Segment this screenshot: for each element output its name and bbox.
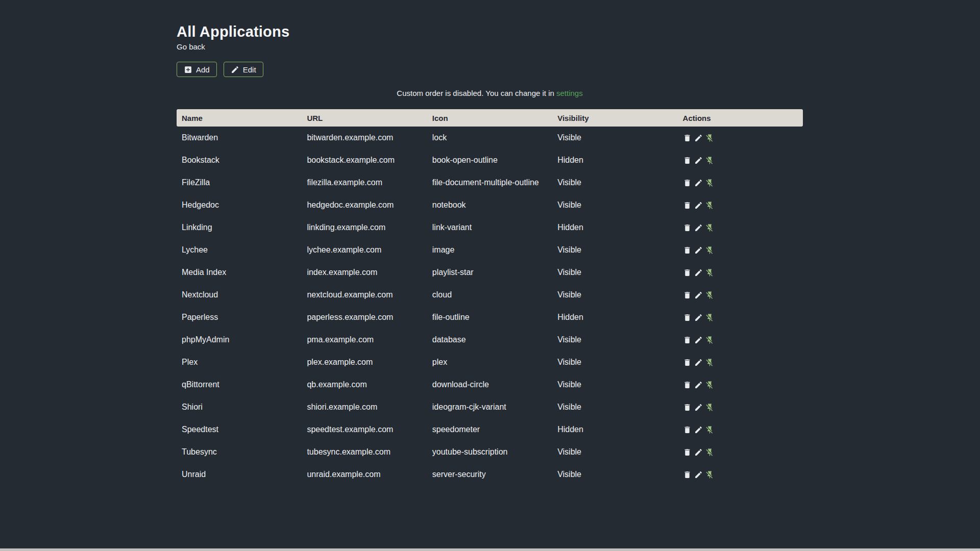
app-visibility-cell: Visible — [552, 290, 677, 299]
add-button[interactable]: Add — [177, 62, 217, 77]
app-actions-cell — [678, 223, 803, 232]
pin-off-icon — [705, 381, 714, 389]
edit-row-button[interactable] — [694, 179, 703, 187]
pencil-icon — [694, 201, 703, 210]
settings-link[interactable]: settings — [556, 89, 583, 97]
table-row: FileZilla filezilla.example.com file-doc… — [177, 171, 803, 194]
applications-table: Name URL Icon Visibility Actions Bitward… — [177, 109, 803, 486]
edit-button[interactable]: Edit — [224, 62, 263, 77]
app-icon-cell: lock — [427, 133, 552, 142]
unpin-button[interactable] — [705, 358, 714, 367]
delete-button[interactable] — [683, 336, 692, 344]
pencil-icon — [694, 223, 703, 232]
edit-row-button[interactable] — [694, 381, 703, 389]
app-url-cell: linkding.example.com — [302, 223, 427, 232]
edit-row-button[interactable] — [694, 358, 703, 367]
unpin-button[interactable] — [705, 425, 714, 434]
unpin-button[interactable] — [705, 470, 714, 479]
table-row: Media Index index.example.com playlist-s… — [177, 261, 803, 284]
pin-off-icon — [705, 336, 714, 344]
trash-icon — [683, 179, 692, 187]
app-name-cell: phpMyAdmin — [177, 335, 302, 344]
unpin-button[interactable] — [705, 156, 714, 165]
table-row: phpMyAdmin pma.example.com database Visi… — [177, 329, 803, 351]
app-actions-cell — [678, 425, 803, 434]
edit-row-button[interactable] — [694, 336, 703, 344]
delete-button[interactable] — [683, 313, 692, 322]
unpin-button[interactable] — [705, 179, 714, 187]
delete-button[interactable] — [683, 179, 692, 187]
go-back-link[interactable]: Go back — [177, 42, 205, 52]
column-header-visibility: Visibility — [552, 114, 677, 122]
horizontal-scrollbar[interactable] — [0, 548, 980, 551]
unpin-button[interactable] — [705, 291, 714, 299]
delete-button[interactable] — [683, 223, 692, 232]
delete-button[interactable] — [683, 358, 692, 367]
edit-row-button[interactable] — [694, 448, 703, 457]
pin-off-icon — [705, 425, 714, 434]
pencil-icon — [694, 358, 703, 367]
app-icon-cell: ideogram-cjk-variant — [427, 403, 552, 412]
unpin-button[interactable] — [705, 448, 714, 457]
app-name-cell: FileZilla — [177, 178, 302, 187]
table-header-row: Name URL Icon Visibility Actions — [177, 109, 803, 127]
delete-button[interactable] — [683, 291, 692, 299]
column-header-actions: Actions — [678, 114, 803, 122]
trash-icon — [683, 246, 692, 255]
unpin-button[interactable] — [705, 201, 714, 210]
pencil-icon — [694, 381, 703, 389]
delete-button[interactable] — [683, 201, 692, 210]
notice-text: Custom order is disabled. You can change… — [397, 89, 556, 97]
trash-icon — [683, 425, 692, 434]
app-icon-cell: image — [427, 245, 552, 255]
app-name-cell: Linkding — [177, 223, 302, 232]
unpin-button[interactable] — [705, 381, 714, 389]
edit-row-button[interactable] — [694, 403, 703, 412]
unpin-button[interactable] — [705, 403, 714, 412]
delete-button[interactable] — [683, 246, 692, 255]
edit-row-button[interactable] — [694, 246, 703, 255]
table-row: Nextcloud nextcloud.example.com cloud Vi… — [177, 284, 803, 306]
table-row: Tubesync tubesync.example.com youtube-su… — [177, 441, 803, 463]
app-actions-cell — [678, 179, 803, 187]
delete-button[interactable] — [683, 403, 692, 412]
unpin-button[interactable] — [705, 336, 714, 344]
edit-row-button[interactable] — [694, 470, 703, 479]
edit-row-button[interactable] — [694, 313, 703, 322]
trash-icon — [683, 201, 692, 210]
edit-row-button[interactable] — [694, 223, 703, 232]
app-icon-cell: youtube-subscription — [427, 447, 552, 457]
pin-off-icon — [705, 134, 714, 142]
edit-row-button[interactable] — [694, 291, 703, 299]
unpin-button[interactable] — [705, 134, 714, 142]
delete-button[interactable] — [683, 381, 692, 389]
edit-row-button[interactable] — [694, 156, 703, 165]
trash-icon — [683, 470, 692, 479]
unpin-button[interactable] — [705, 313, 714, 322]
table-body: Bitwarden bitwarden.example.com lock Vis… — [177, 127, 803, 486]
delete-button[interactable] — [683, 425, 692, 434]
edit-button-label: Edit — [243, 65, 256, 74]
delete-button[interactable] — [683, 470, 692, 479]
edit-row-button[interactable] — [694, 425, 703, 434]
trash-icon — [683, 313, 692, 322]
unpin-button[interactable] — [705, 268, 714, 277]
edit-row-button[interactable] — [694, 201, 703, 210]
app-url-cell: lychee.example.com — [302, 245, 427, 255]
delete-button[interactable] — [683, 134, 692, 142]
trash-icon — [683, 358, 692, 367]
app-name-cell: Speedtest — [177, 425, 302, 434]
app-actions-cell — [678, 470, 803, 479]
edit-row-button[interactable] — [694, 134, 703, 142]
edit-row-button[interactable] — [694, 268, 703, 277]
unpin-button[interactable] — [705, 223, 714, 232]
custom-order-notice: Custom order is disabled. You can change… — [177, 89, 803, 98]
delete-button[interactable] — [683, 156, 692, 165]
app-actions-cell — [678, 313, 803, 322]
delete-button[interactable] — [683, 448, 692, 457]
delete-button[interactable] — [683, 268, 692, 277]
app-name-cell: Plex — [177, 358, 302, 367]
pencil-icon — [694, 470, 703, 479]
unpin-button[interactable] — [705, 246, 714, 255]
app-icon-cell: cloud — [427, 290, 552, 299]
